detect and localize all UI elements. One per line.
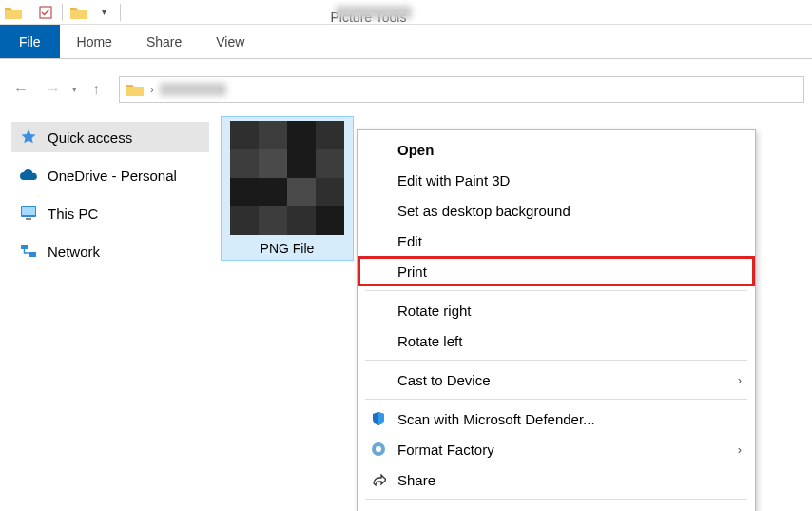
network-icon: [19, 242, 38, 261]
window-title-redacted: [336, 6, 412, 19]
sidebar-item-onedrive[interactable]: OneDrive - Personal: [11, 160, 209, 190]
ctx-item-format-factory[interactable]: Format Factory›: [358, 434, 755, 464]
ribbon-tabs: File Home Share View: [0, 25, 812, 59]
cloud-icon: [19, 166, 38, 185]
new-folder-icon[interactable]: [68, 2, 89, 23]
format-factory-icon: [369, 440, 388, 459]
ctx-item-cast[interactable]: Cast to Device›: [358, 364, 755, 395]
ctx-item-edit[interactable]: Edit: [358, 226, 755, 256]
tab-file[interactable]: File: [0, 25, 60, 58]
svg-rect-3: [26, 218, 31, 220]
chevron-right-icon: ›: [738, 442, 742, 457]
ctx-separator: [365, 290, 747, 291]
nav-back-button[interactable]: ←: [8, 76, 34, 103]
qat-separator: [120, 4, 121, 21]
quick-access-toolbar: ▾: [0, 0, 126, 24]
star-icon: [19, 128, 38, 147]
monitor-icon: [19, 204, 38, 223]
qat-separator: [29, 4, 29, 21]
title-bar: ▾ Manage Picture Tools: [0, 0, 812, 25]
sidebar-item-label: Quick access: [48, 129, 132, 146]
ctx-item-defender[interactable]: Scan with Microsoft Defender...: [358, 403, 755, 434]
ctx-item-print[interactable]: Print: [358, 256, 755, 286]
ctx-item-share[interactable]: Share: [358, 464, 755, 495]
address-bar[interactable]: ›: [119, 76, 804, 103]
file-name-label: PNG File: [261, 241, 315, 256]
chevron-right-icon: ›: [738, 373, 742, 387]
tab-home[interactable]: Home: [60, 25, 129, 58]
nav-up-button[interactable]: ↑: [83, 76, 109, 103]
ctx-item-rotate-right[interactable]: Rotate right: [358, 295, 755, 325]
svg-rect-4: [21, 245, 28, 249]
ctx-separator: [365, 360, 747, 361]
sidebar-item-label: Network: [48, 244, 100, 260]
ctx-item-open[interactable]: Open: [358, 134, 755, 165]
shield-icon: [369, 409, 388, 428]
qat-customize-icon[interactable]: ▾: [93, 2, 114, 23]
share-icon: [369, 470, 388, 489]
sidebar-item-quick-access[interactable]: Quick access: [11, 122, 209, 152]
nav-forward-button[interactable]: →: [40, 76, 67, 103]
breadcrumb-separator: ›: [150, 84, 154, 95]
svg-rect-2: [22, 207, 35, 215]
file-item[interactable]: PNG File: [221, 116, 354, 261]
sidebar-item-network[interactable]: Network: [11, 236, 209, 266]
breadcrumb-redacted[interactable]: [160, 83, 226, 96]
app-folder-icon: [4, 4, 23, 21]
context-menu: Open Edit with Paint 3D Set as desktop b…: [357, 129, 756, 511]
nav-history-dropdown[interactable]: ▾: [72, 85, 77, 94]
sidebar-item-label: OneDrive - Personal: [48, 167, 177, 184]
address-bar-row: ← → ▾ ↑ ›: [0, 70, 812, 108]
ctx-item-open-with[interactable]: Open with›: [358, 503, 755, 511]
tab-share[interactable]: Share: [129, 25, 199, 58]
svg-rect-0: [40, 7, 51, 18]
file-thumbnail: [230, 121, 344, 235]
ctx-item-set-background[interactable]: Set as desktop background: [358, 195, 755, 226]
sidebar-item-label: This PC: [48, 206, 98, 222]
svg-point-7: [376, 446, 381, 452]
ctx-separator: [365, 499, 747, 500]
ctx-item-rotate-left[interactable]: Rotate left: [358, 325, 755, 356]
sidebar-item-this-pc[interactable]: This PC: [11, 198, 209, 228]
properties-icon[interactable]: [35, 2, 56, 23]
ctx-item-edit-paint3d[interactable]: Edit with Paint 3D: [358, 165, 755, 195]
address-folder-icon: [126, 80, 145, 99]
tab-view[interactable]: View: [199, 25, 261, 58]
ctx-separator: [365, 399, 747, 400]
navigation-pane: Quick access OneDrive - Personal This PC…: [0, 108, 209, 511]
qat-separator: [62, 4, 63, 21]
